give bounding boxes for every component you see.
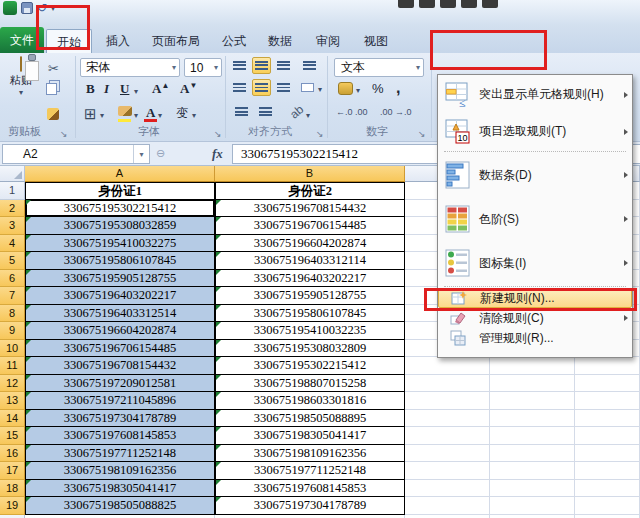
- cell-a12[interactable]: 330675197209012581: [25, 375, 215, 393]
- tab-formulas[interactable]: 公式: [212, 29, 256, 53]
- cell-col-e[interactable]: [575, 375, 640, 393]
- row-header-18[interactable]: 18: [0, 480, 25, 498]
- cell-b15[interactable]: 330675198305041417: [215, 427, 405, 445]
- menu-item-manage-rules[interactable]: 管理规则(R)...: [438, 328, 632, 348]
- cell-b10[interactable]: 330675195308032809: [215, 340, 405, 358]
- cell-col-d[interactable]: [490, 410, 575, 428]
- number-dialog-launcher-icon[interactable]: ↘: [418, 130, 426, 139]
- cell-col-c[interactable]: [405, 410, 490, 428]
- cell-b9[interactable]: 330675195410032235: [215, 322, 405, 340]
- paste-dropdown-icon[interactable]: ▾: [4, 88, 38, 97]
- row-header-8[interactable]: 8: [0, 305, 25, 323]
- cell-a18[interactable]: 330675198305041417: [25, 480, 215, 498]
- cell-b14[interactable]: 330675198505088895: [215, 410, 405, 428]
- name-box-dropdown-icon[interactable]: ▾: [133, 145, 149, 163]
- cell-col-c[interactable]: [405, 427, 490, 445]
- cell-col-d[interactable]: [490, 515, 575, 518]
- cell-a9[interactable]: 330675196604202874: [25, 322, 215, 340]
- cell-col-c[interactable]: [405, 515, 490, 518]
- menu-item-clear-rules[interactable]: 清除规则(C): [438, 308, 632, 328]
- menu-item-icon-sets[interactable]: 图标集(I): [438, 241, 632, 285]
- merge-center-button[interactable]: [298, 79, 317, 96]
- align-bottom-button[interactable]: [274, 57, 293, 74]
- percent-style-button[interactable]: %: [372, 81, 384, 96]
- increase-indent-button[interactable]: [256, 103, 275, 120]
- decrease-decimal-button[interactable]: .00 →.0: [380, 107, 412, 117]
- bold-button[interactable]: B: [86, 81, 95, 97]
- cell-a3[interactable]: 330675195308032859: [25, 217, 215, 235]
- row-header-17[interactable]: 17: [0, 462, 25, 480]
- cell-col-e[interactable]: [575, 480, 640, 498]
- cell-col-e[interactable]: [575, 410, 640, 428]
- align-left-button[interactable]: [230, 79, 249, 96]
- cell-b5[interactable]: 330675196403312114: [215, 252, 405, 270]
- cell-b18[interactable]: 330675197608145853: [215, 480, 405, 498]
- number-format-combo[interactable]: 文本▾: [334, 58, 424, 77]
- cell-b12[interactable]: 330675198807015258: [215, 375, 405, 393]
- cell-a6[interactable]: 330675195905128755: [25, 270, 215, 288]
- shrink-font-button[interactable]: A▼: [180, 81, 197, 97]
- row-header-4[interactable]: 4: [0, 235, 25, 253]
- cell-col-c[interactable]: [405, 480, 490, 498]
- row-header-14[interactable]: 14: [0, 410, 25, 428]
- font-color-dropdown-icon[interactable]: ▾: [158, 111, 162, 120]
- increase-decimal-button[interactable]: ←.0 .00: [336, 107, 368, 117]
- copy-icon[interactable]: [46, 83, 57, 95]
- cell-col-d[interactable]: [490, 497, 575, 515]
- row-header-15[interactable]: 15: [0, 427, 25, 445]
- cell-col-c[interactable]: [405, 445, 490, 463]
- italic-button[interactable]: I: [104, 81, 109, 97]
- borders-dropdown-icon[interactable]: ▾: [100, 111, 104, 120]
- cell-b17[interactable]: 330675197711252148: [215, 462, 405, 480]
- cell-col-d[interactable]: [490, 462, 575, 480]
- cell-b6[interactable]: 330675196403202217: [215, 270, 405, 288]
- cell-a5[interactable]: 330675195806107845: [25, 252, 215, 270]
- paste-button[interactable]: 粘贴 ▾: [4, 57, 38, 129]
- cell-col-d[interactable]: [490, 445, 575, 463]
- cell-a15[interactable]: 330675197608145853: [25, 427, 215, 445]
- cell-a11[interactable]: 330675196708154432: [25, 357, 215, 375]
- align-middle-button[interactable]: [252, 57, 271, 74]
- underline-dropdown-icon[interactable]: ▾: [134, 87, 138, 96]
- cell-a14[interactable]: 330675197304178789: [25, 410, 215, 428]
- cell-a16[interactable]: 330675197711252148: [25, 445, 215, 463]
- menu-item-color-scales[interactable]: 色阶(S): [438, 197, 632, 241]
- cell-col-e[interactable]: [575, 497, 640, 515]
- orientation-button[interactable]: ab: [287, 102, 306, 121]
- cell-a17[interactable]: 330675198109162356: [25, 462, 215, 480]
- decrease-indent-button[interactable]: [232, 103, 251, 120]
- grow-font-button[interactable]: A▲: [152, 81, 169, 97]
- row-header-13[interactable]: 13: [0, 392, 25, 410]
- tab-view[interactable]: 视图: [354, 29, 398, 53]
- row-header-3[interactable]: 3: [0, 217, 25, 235]
- fill-color-dropdown-icon[interactable]: ▾: [134, 111, 138, 120]
- cell-a2[interactable]: 330675195302215412: [25, 200, 215, 218]
- orientation-dropdown-icon[interactable]: ▾: [306, 111, 310, 120]
- font-dialog-launcher-icon[interactable]: ↘: [214, 130, 222, 139]
- row-header-7[interactable]: 7: [0, 287, 25, 305]
- cell-a4[interactable]: 330675195410032275: [25, 235, 215, 253]
- row-header-2[interactable]: 2: [0, 200, 25, 218]
- menu-item-highlight-cells-rules[interactable]: ≤ 突出显示单元格规则(H): [438, 76, 632, 113]
- currency-dropdown-icon[interactable]: ▾: [356, 86, 360, 95]
- tab-data[interactable]: 数据: [258, 29, 302, 53]
- cell-a19[interactable]: 330675198505088825: [25, 497, 215, 515]
- cell-b3[interactable]: 330675196706154485: [215, 217, 405, 235]
- clipboard-dialog-launcher-icon[interactable]: ↘: [60, 130, 68, 139]
- row-header[interactable]: [0, 515, 25, 518]
- cell-col-d[interactable]: [490, 427, 575, 445]
- fill-color-icon[interactable]: [118, 106, 132, 116]
- column-header-b[interactable]: B: [215, 166, 405, 182]
- row-header-1[interactable]: 1: [0, 182, 25, 200]
- cell-b4[interactable]: 330675196604202874: [215, 235, 405, 253]
- cell-col-e[interactable]: [575, 445, 640, 463]
- cell-col-c[interactable]: [405, 497, 490, 515]
- menu-item-data-bars[interactable]: 数据条(D): [438, 153, 632, 197]
- cell-b1[interactable]: 身份证2: [215, 182, 405, 200]
- cell-col-d[interactable]: [490, 480, 575, 498]
- cell-a1[interactable]: 身份证1: [25, 182, 215, 200]
- cell-a8[interactable]: 330675196403312514: [25, 305, 215, 323]
- align-right-button[interactable]: [274, 79, 293, 96]
- currency-format-icon[interactable]: [338, 82, 353, 95]
- menu-item-top-bottom-rules[interactable]: 10 项目选取规则(T): [438, 113, 632, 150]
